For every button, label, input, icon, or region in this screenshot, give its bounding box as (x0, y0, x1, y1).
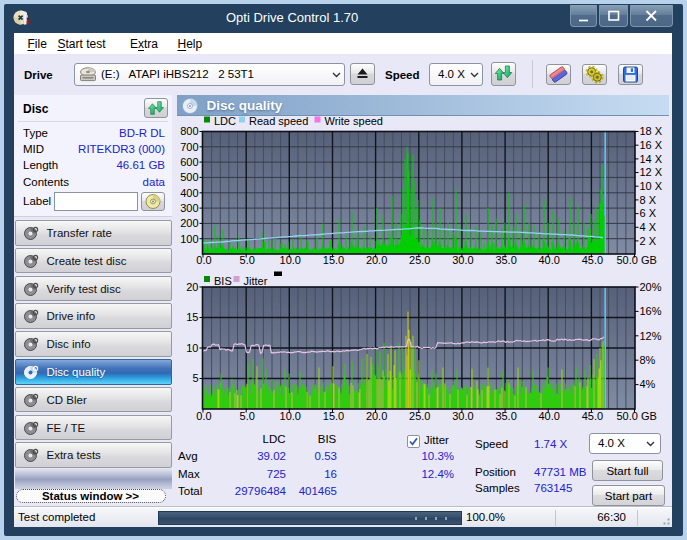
svg-text:15.0: 15.0 (323, 410, 344, 422)
svg-text:20.0: 20.0 (366, 410, 387, 422)
svg-text:Jitter: Jitter (244, 275, 268, 287)
svg-text:6 X: 6 X (640, 207, 657, 219)
svg-text:700: 700 (180, 141, 198, 153)
svg-text:5.0: 5.0 (240, 410, 255, 422)
svg-text:16%: 16% (640, 305, 662, 317)
svg-text:35.0: 35.0 (495, 254, 516, 266)
svg-text:BIS: BIS (214, 275, 232, 287)
svg-text:4 X: 4 X (640, 221, 657, 233)
svg-text:45.0: 45.0 (582, 254, 603, 266)
svg-text:18 X: 18 X (640, 125, 663, 137)
svg-text:12%: 12% (640, 330, 662, 342)
svg-text:30.0: 30.0 (452, 254, 473, 266)
svg-text:14 X: 14 X (640, 153, 663, 165)
svg-text:20: 20 (186, 281, 198, 293)
svg-text:16 X: 16 X (640, 139, 663, 151)
svg-text:12 X: 12 X (640, 166, 663, 178)
svg-text:30.0: 30.0 (452, 410, 473, 422)
svg-text:45.0: 45.0 (582, 410, 603, 422)
svg-text:5.0: 5.0 (240, 254, 255, 266)
svg-text:800: 800 (180, 125, 198, 137)
svg-text:15.0: 15.0 (323, 254, 344, 266)
svg-text:8 X: 8 X (640, 194, 657, 206)
svg-text:10 X: 10 X (640, 180, 663, 192)
svg-text:10: 10 (186, 342, 198, 354)
svg-text:35.0: 35.0 (495, 410, 516, 422)
svg-text:10.0: 10.0 (280, 254, 301, 266)
svg-text:25.0: 25.0 (409, 254, 430, 266)
svg-text:500: 500 (180, 171, 198, 183)
svg-text:300: 300 (180, 202, 198, 214)
svg-text:0.0: 0.0 (196, 254, 211, 266)
svg-text:600: 600 (180, 156, 198, 168)
svg-text:10.0: 10.0 (280, 410, 301, 422)
svg-text:200: 200 (180, 217, 198, 229)
svg-text:Read speed: Read speed (249, 115, 308, 127)
svg-text:0.0: 0.0 (196, 410, 211, 422)
svg-text:2 X: 2 X (640, 235, 657, 247)
svg-text:25.0: 25.0 (409, 410, 430, 422)
svg-text:4%: 4% (640, 378, 656, 390)
svg-text:Write speed: Write speed (325, 115, 384, 127)
svg-text:50.0 GB: 50.0 GB (617, 254, 657, 266)
svg-text:400: 400 (180, 187, 198, 199)
svg-text:8%: 8% (640, 354, 656, 366)
svg-text:15: 15 (186, 311, 198, 323)
svg-text:20.0: 20.0 (366, 254, 387, 266)
svg-text:40.0: 40.0 (538, 254, 559, 266)
svg-text:100: 100 (180, 233, 198, 245)
svg-text:50.0 GB: 50.0 GB (617, 410, 657, 422)
svg-text:5: 5 (192, 372, 198, 384)
svg-text:40.0: 40.0 (538, 410, 559, 422)
svg-text:20%: 20% (640, 281, 662, 293)
svg-text:LDC: LDC (214, 115, 236, 127)
